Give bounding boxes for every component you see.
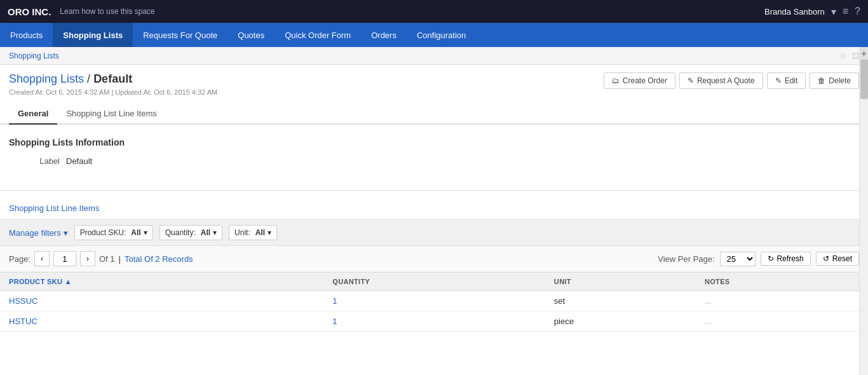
pipe-separator: | bbox=[119, 254, 121, 264]
cell-unit-1: set bbox=[545, 291, 696, 311]
shopping-lists-link[interactable]: Shopping Lists bbox=[9, 72, 84, 85]
pagination-bar: Page: ‹ › Of 1 | Total Of 2 Records View… bbox=[0, 246, 868, 272]
line-items-title: Shopping List Line Items bbox=[9, 203, 859, 213]
user-name[interactable]: Branda Sanborn bbox=[764, 7, 825, 17]
page-number-input[interactable] bbox=[53, 251, 76, 266]
top-bar-left: ORO INC. Learn how to use this space bbox=[8, 6, 155, 17]
cell-product-sku-2: HSTUC bbox=[0, 311, 323, 332]
nav-item-shopping-lists[interactable]: Shopping Lists bbox=[53, 23, 133, 47]
page-label: Page: bbox=[9, 254, 31, 264]
table-row: HSSUC 1 set ... bbox=[0, 291, 868, 311]
divider bbox=[0, 190, 868, 191]
refresh-button[interactable]: ↻ Refresh bbox=[761, 252, 811, 266]
unit-filter[interactable]: Unit: All ▾ bbox=[229, 225, 277, 240]
of-label: Of 1 bbox=[99, 254, 115, 264]
col-unit: UNIT bbox=[545, 273, 696, 291]
bookmark-icon[interactable]: ⊡ bbox=[852, 51, 859, 60]
table-row: HSTUC 1 piece ... bbox=[0, 311, 868, 332]
top-bar-right: Branda Sanborn ▾ ≡ ? bbox=[764, 6, 860, 18]
main-content: Shopping Lists Information Label Default bbox=[0, 125, 868, 184]
line-items-section: Shopping List Line Items bbox=[0, 197, 868, 213]
sort-asc-icon: ▲ bbox=[65, 278, 72, 285]
nav-item-quotes[interactable]: Quotes bbox=[227, 23, 275, 47]
product-sku-link-1[interactable]: HSSUC bbox=[9, 296, 38, 306]
learn-link[interactable]: Learn how to use this space bbox=[60, 7, 154, 16]
filter-bar: Manage filters ▾ Product SKU: All ▾ Quan… bbox=[0, 219, 868, 246]
notes-dots-1: ... bbox=[705, 296, 712, 306]
col-quantity: QUANTITY bbox=[323, 273, 545, 291]
create-order-icon: 🗂 bbox=[612, 76, 620, 85]
filter-sku-chevron: ▾ bbox=[144, 228, 147, 237]
title-current: Default bbox=[93, 72, 132, 85]
nav-item-quick-order-form[interactable]: Quick Order Form bbox=[275, 23, 361, 47]
cell-quantity-1: 1 bbox=[323, 291, 545, 311]
create-order-button[interactable]: 🗂 Create Order bbox=[604, 72, 675, 89]
cell-unit-2: piece bbox=[545, 311, 696, 332]
filter-qty-chevron: ▾ bbox=[213, 228, 217, 237]
request-quote-button[interactable]: ✎ Request A Quote bbox=[679, 72, 763, 89]
edit-button[interactable]: ✎ Edit bbox=[767, 72, 806, 89]
created-at: Created At: Oct 6, 2015 4:32 AM bbox=[9, 88, 109, 96]
cell-notes-2: ... bbox=[696, 311, 868, 332]
quantity-value-1: 1 bbox=[332, 296, 337, 306]
info-label-key: Label bbox=[9, 156, 60, 166]
request-quote-icon: ✎ bbox=[688, 76, 694, 85]
menu-icon[interactable]: ≡ bbox=[843, 6, 848, 17]
nav-item-requests-for-quote[interactable]: Requests For Quote bbox=[133, 23, 227, 47]
next-page-button[interactable]: › bbox=[80, 251, 95, 266]
reset-icon: ↺ bbox=[823, 254, 829, 263]
tabs: General Shopping List Line Items bbox=[0, 104, 868, 125]
top-bar: ORO INC. Learn how to use this space Bra… bbox=[0, 0, 868, 23]
table-header-row: PRODUCT SKU ▲ QUANTITY UNIT NOTES bbox=[0, 273, 868, 291]
manage-filters-button[interactable]: Manage filters ▾ bbox=[9, 228, 68, 238]
notes-dots-2: ... bbox=[705, 317, 712, 326]
section-title: Shopping Lists Information bbox=[9, 137, 859, 147]
chevron-down-icon[interactable]: ▾ bbox=[831, 6, 836, 18]
pagination-right: View Per Page: 25 50 100 ↻ Refresh ↺ Res… bbox=[658, 252, 859, 266]
breadcrumb[interactable]: Shopping Lists bbox=[9, 51, 59, 60]
prev-page-button[interactable]: ‹ bbox=[34, 251, 50, 266]
info-row-label: Label Default bbox=[9, 156, 859, 166]
nav-bar: Products Shopping Lists Requests For Quo… bbox=[0, 23, 868, 47]
total-records: Total Of 2 Records bbox=[125, 254, 193, 264]
cell-product-sku-1: HSSUC bbox=[0, 291, 323, 311]
per-page-select[interactable]: 25 50 100 bbox=[720, 252, 756, 266]
chevron-down-icon: ▾ bbox=[64, 228, 68, 238]
scroll-plus-button[interactable]: + bbox=[859, 47, 868, 60]
logo: ORO INC. bbox=[8, 6, 51, 17]
cell-notes-1: ... bbox=[696, 291, 868, 311]
scrollbar[interactable] bbox=[859, 47, 868, 332]
quantity-value-2: 1 bbox=[332, 317, 337, 326]
filter-unit-chevron: ▾ bbox=[268, 228, 271, 237]
edit-icon: ✎ bbox=[775, 76, 782, 85]
star-icon[interactable]: ☆ bbox=[839, 51, 847, 60]
product-sku-link-2[interactable]: HSTUC bbox=[9, 317, 37, 326]
tab-shopping-list-line-items[interactable]: Shopping List Line Items bbox=[57, 104, 165, 125]
delete-icon: 🗑 bbox=[818, 76, 825, 85]
cell-quantity-2: 1 bbox=[323, 311, 545, 332]
delete-button[interactable]: 🗑 Delete bbox=[810, 72, 859, 89]
page-header: Shopping Lists / Default Created At: Oct… bbox=[0, 65, 868, 100]
page-actions: 🗂 Create Order ✎ Request A Quote ✎ Edit … bbox=[604, 72, 859, 89]
updated-at: Updated At: Oct 6, 2015 4:32 AM bbox=[115, 88, 217, 96]
data-table: PRODUCT SKU ▲ QUANTITY UNIT NOTES HSSUC … bbox=[0, 272, 868, 332]
breadcrumb-icons: ☆ ⊡ bbox=[839, 51, 859, 60]
view-per-page-label: View Per Page: bbox=[658, 254, 714, 264]
nav-item-configuration[interactable]: Configuration bbox=[407, 23, 476, 47]
title-separator: / bbox=[87, 72, 93, 85]
col-notes: NOTES bbox=[696, 273, 868, 291]
pagination-left: Page: ‹ › Of 1 | Total Of 2 Records bbox=[9, 251, 193, 266]
page-title: Shopping Lists / Default bbox=[9, 72, 217, 86]
refresh-icon: ↻ bbox=[768, 254, 774, 263]
nav-item-products[interactable]: Products bbox=[0, 23, 53, 47]
nav-item-orders[interactable]: Orders bbox=[361, 23, 407, 47]
tab-general[interactable]: General bbox=[9, 104, 57, 125]
page-title-area: Shopping Lists / Default Created At: Oct… bbox=[9, 72, 217, 96]
breadcrumb-bar: Shopping Lists ☆ ⊡ bbox=[0, 47, 868, 65]
quantity-filter[interactable]: Quantity: All ▾ bbox=[159, 225, 222, 240]
page-subtitle: Created At: Oct 6, 2015 4:32 AM | Update… bbox=[9, 88, 217, 96]
reset-button[interactable]: ↺ Reset bbox=[816, 252, 859, 266]
product-sku-filter[interactable]: Product SKU: All ▾ bbox=[74, 225, 153, 240]
help-icon[interactable]: ? bbox=[855, 6, 860, 17]
col-product-sku[interactable]: PRODUCT SKU ▲ bbox=[0, 273, 323, 291]
